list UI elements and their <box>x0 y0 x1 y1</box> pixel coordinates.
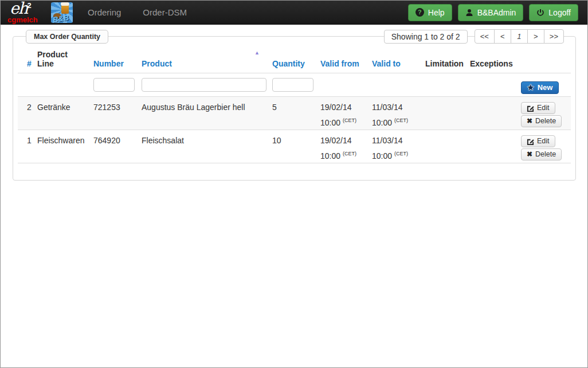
edit-button[interactable]: Edit <box>521 135 555 147</box>
pager-last-button[interactable]: >> <box>544 29 564 44</box>
logoff-button-label: Logoff <box>548 8 571 17</box>
question-circle-icon: ? <box>415 8 424 17</box>
cell-exceptions <box>465 130 516 163</box>
valid-to-date: 11/03/14 <box>372 103 417 112</box>
help-button-label: Help <box>428 8 445 17</box>
tab-max-order-quantity[interactable]: Max Order Quantity <box>26 30 108 44</box>
pager-prev-button[interactable]: < <box>494 29 511 44</box>
edit-button-label: Edit <box>537 137 550 145</box>
cell-quantity: 10 <box>268 130 316 163</box>
new-button-label: New <box>538 83 553 92</box>
star-icon: ★ <box>527 84 534 91</box>
main-content: Max Order Quantity Showing 1 to 2 of 2 <… <box>1 36 587 181</box>
cell-product: Fleischsalat <box>137 130 268 163</box>
valid-from-date: 19/02/14 <box>320 103 364 112</box>
app-logo: eh2 cgmelch <box>5 1 44 24</box>
cell-valid-to: 11/03/14 10:00 (CET) <box>367 130 421 163</box>
pager-page-1-button[interactable]: 1 <box>511 29 528 44</box>
max-order-quantity-panel: Max Order Quantity Showing 1 to 2 of 2 <… <box>13 36 576 181</box>
valid-from-time: 10:00 (CET) <box>320 118 364 127</box>
edit-button[interactable]: Edit <box>521 102 555 114</box>
col-header-exceptions: Exceptions <box>465 48 516 73</box>
col-header-actions <box>516 48 571 73</box>
edit-icon <box>527 138 534 145</box>
navbar-actions: ? Help B&BAdmin Logoff <box>408 4 583 21</box>
user-icon <box>465 9 473 17</box>
bb-brand-icon: B&B <box>51 2 73 23</box>
edit-icon <box>527 104 534 112</box>
cell-number: 764920 <box>89 130 137 163</box>
valid-to-date: 11/03/14 <box>372 136 417 145</box>
timezone-label: (CET) <box>394 118 408 123</box>
valid-to-time: 10:00 (CET) <box>372 151 417 160</box>
sort-ascending-icon: ▲ <box>254 50 260 56</box>
timezone-label: (CET) <box>343 151 356 156</box>
cell-actions: Edit ✖ Delete <box>516 97 571 130</box>
filter-row: ★ New <box>18 73 571 97</box>
cell-index: 1 <box>18 130 33 163</box>
table-row: 2 Getränke 721253 Augustus Bräu Lagerbie… <box>18 97 571 130</box>
account-button-label: B&BAdmin <box>477 8 516 17</box>
cell-limitation <box>421 97 465 130</box>
cell-valid-to: 11/03/14 10:00 (CET) <box>367 97 421 130</box>
delete-button-label: Delete <box>535 117 556 125</box>
top-navbar: eh2 cgmelch B&B Ordering Order-DSM ? Hel… <box>1 1 587 25</box>
delete-button[interactable]: ✖ Delete <box>521 115 562 127</box>
filter-quantity-input[interactable] <box>272 78 313 92</box>
edit-button-label: Edit <box>537 104 550 112</box>
col-header-number[interactable]: Number <box>89 48 137 73</box>
cell-quantity: 5 <box>268 97 316 130</box>
power-icon <box>536 9 544 17</box>
col-header-product-label: Product <box>142 59 172 68</box>
pagination: Showing 1 to 2 of 2 << < 1 > >> <box>384 29 564 44</box>
valid-to-time: 10:00 (CET) <box>372 118 417 127</box>
delete-x-icon: ✖ <box>527 118 532 124</box>
filter-number-input[interactable] <box>93 78 135 92</box>
cell-limitation <box>421 130 465 163</box>
col-header-product-line: Product Line <box>33 48 89 73</box>
col-header-limitation: Limitation <box>421 48 465 73</box>
help-button[interactable]: ? Help <box>408 4 452 21</box>
valid-from-date: 19/02/14 <box>320 136 364 145</box>
col-header-index[interactable]: # <box>18 48 33 73</box>
valid-from-time: 10:00 (CET) <box>320 151 364 160</box>
new-button[interactable]: ★ New <box>521 81 559 94</box>
max-order-quantity-table: # Product Line Number Product ▲ Quantity… <box>18 48 571 163</box>
cell-valid-from: 19/02/14 10:00 (CET) <box>316 97 367 130</box>
cell-product: Augustus Bräu Lagerbier hell <box>137 97 268 130</box>
cell-product-line: Fleischwaren <box>33 130 89 163</box>
logoff-button[interactable]: Logoff <box>529 4 578 21</box>
delete-button[interactable]: ✖ Delete <box>521 148 562 160</box>
delete-button-label: Delete <box>535 150 556 158</box>
cell-exceptions <box>465 97 516 130</box>
cell-index: 2 <box>18 97 33 130</box>
paging-status: Showing 1 to 2 of 2 <box>384 30 468 44</box>
cell-product-line: Getränke <box>33 97 89 130</box>
delete-x-icon: ✖ <box>527 151 532 158</box>
filter-product-input[interactable] <box>142 78 266 92</box>
pager-first-button[interactable]: << <box>475 29 495 44</box>
col-header-quantity[interactable]: Quantity <box>268 48 316 73</box>
logo-company-label: cgmelch <box>7 15 38 24</box>
pager-next-button[interactable]: > <box>527 29 544 44</box>
account-button[interactable]: B&BAdmin <box>458 4 524 21</box>
beer-glass-icon <box>61 4 69 14</box>
nav-item-order-dsm[interactable]: Order-DSM <box>137 1 193 24</box>
cell-number: 721253 <box>89 97 137 130</box>
app-window: { "navbar": { "logo": { "word": "eh", "s… <box>0 0 588 368</box>
table-row: 1 Fleischwaren 764920 Fleischsalat 10 19… <box>18 130 571 163</box>
cell-valid-from: 19/02/14 10:00 (CET) <box>316 130 367 163</box>
table-header-row: # Product Line Number Product ▲ Quantity… <box>18 48 571 73</box>
panel-header-row: Max Order Quantity Showing 1 to 2 of 2 <… <box>26 29 564 44</box>
col-header-valid-to[interactable]: Valid to <box>367 48 421 73</box>
col-header-valid-from[interactable]: Valid from <box>316 48 367 73</box>
cell-actions: Edit ✖ Delete <box>516 130 571 163</box>
nav-menu: Ordering Order-DSM <box>82 1 203 24</box>
pager-controls: << < 1 > >> <box>475 29 564 44</box>
col-header-product[interactable]: Product ▲ <box>137 48 268 73</box>
timezone-label: (CET) <box>343 118 356 123</box>
timezone-label: (CET) <box>394 151 408 156</box>
nav-item-ordering[interactable]: Ordering <box>82 1 127 24</box>
